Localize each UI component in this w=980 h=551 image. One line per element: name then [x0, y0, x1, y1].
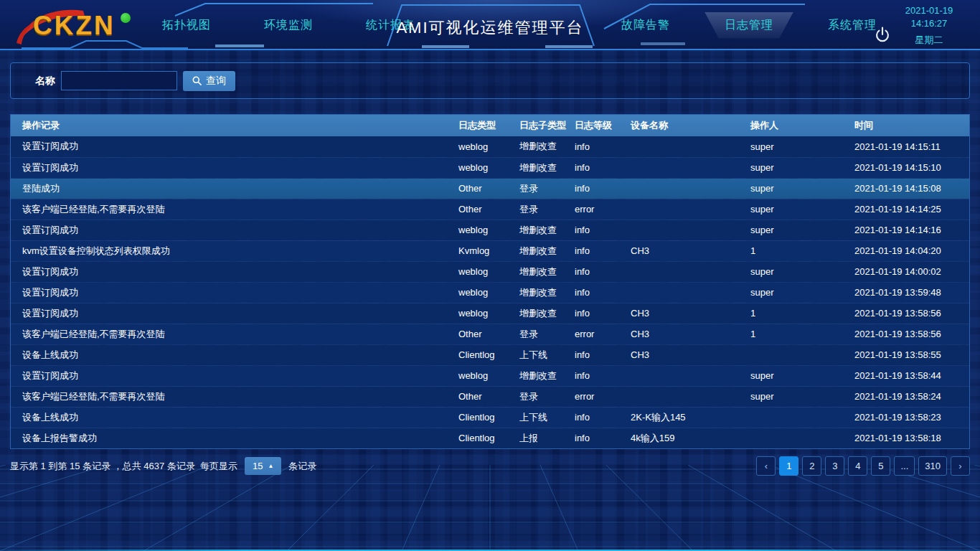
cell-log-type: Other — [453, 199, 514, 220]
cell-log-subtype: 增删改查 — [514, 365, 569, 386]
cell-operator: super — [745, 178, 849, 199]
table-row[interactable]: kvm设置设备控制状态列表权限成功Kvmlog增删改查infoCH312021-… — [11, 240, 969, 261]
cell-device-name: 2K-K输入145 — [625, 407, 745, 428]
pager-next-page[interactable]: › — [951, 456, 970, 476]
pager-ellipsis: ... — [894, 456, 915, 476]
record-summary: 显示第 1 到第 15 条记录 ，总共 4637 条记录 每页显示 15 ▲ 条… — [10, 457, 316, 475]
page-size-value: 15 — [253, 461, 263, 471]
cell-operator: super — [745, 157, 849, 178]
cell-time: 2021-01-19 14:15:10 — [849, 157, 969, 178]
cell-log-level: info — [569, 136, 625, 157]
perspective-floor-grid — [0, 465, 980, 551]
cell-log-type: weblog — [453, 261, 514, 282]
cell-log-type: Kvmlog — [453, 240, 514, 261]
column-header-time: 时间 — [849, 115, 969, 136]
cell-device-name — [625, 261, 745, 282]
cell-time: 2021-01-19 13:58:55 — [849, 344, 969, 365]
table-row[interactable]: 该客户端已经登陆,不需要再次登陆Other登录errorsuper2021-01… — [11, 386, 969, 407]
cell-operation-record: 该客户端已经登陆,不需要再次登陆 — [11, 386, 453, 407]
cell-log-level: info — [569, 428, 625, 448]
cell-device-name — [625, 178, 745, 199]
nav-item-topology-view[interactable]: 拓扑视图 — [152, 12, 221, 39]
table-row[interactable]: 设置订阅成功weblog增删改查infosuper2021-01-19 14:0… — [11, 261, 969, 282]
table-row[interactable]: 设备上线成功Clientlog上下线infoCH32021-01-19 13:5… — [11, 344, 969, 365]
cell-operator: 1 — [745, 324, 849, 344]
table-row[interactable]: 设置订阅成功weblog增删改查infoCH312021-01-19 13:58… — [11, 303, 969, 324]
logo-green-dot-icon — [121, 13, 131, 23]
cell-log-subtype: 增删改查 — [514, 282, 569, 303]
cell-time: 2021-01-19 13:58:23 — [849, 407, 969, 428]
cell-time: 2021-01-19 14:04:20 — [849, 240, 969, 261]
cell-device-name — [625, 157, 745, 178]
cell-log-level: error — [569, 386, 625, 407]
cell-operator: 1 — [745, 303, 849, 324]
cell-log-type: weblog — [453, 157, 514, 178]
search-icon — [192, 76, 202, 85]
table-row[interactable]: 该客户端已经登陆,不需要再次登陆Other登录errorsuper2021-01… — [11, 199, 969, 220]
table-row[interactable]: 设置订阅成功weblog增删改查infosuper2021-01-19 14:1… — [11, 220, 969, 240]
search-input[interactable] — [61, 71, 177, 90]
pagination: ‹12345...310› — [753, 456, 970, 476]
table-row[interactable]: 设置订阅成功weblog增删改查infosuper2021-01-19 13:5… — [11, 365, 969, 386]
cell-time: 2021-01-19 13:58:44 — [849, 365, 969, 386]
current-time: 14:16:27 — [890, 17, 969, 30]
cell-operation-record: 设置订阅成功 — [11, 157, 453, 178]
table-row[interactable]: 设备上线成功Clientlog上下线info2K-K输入1452021-01-1… — [11, 407, 969, 428]
cell-log-level: info — [569, 282, 625, 303]
cell-time: 2021-01-19 14:15:08 — [849, 178, 969, 199]
table-body: 设置订阅成功weblog增删改查infosuper2021-01-19 14:1… — [11, 136, 969, 448]
caret-up-icon: ▲ — [268, 463, 273, 469]
datetime-display: 2021-01-19 14:16:27 星期二 — [890, 4, 969, 47]
cell-operator: super — [745, 282, 849, 303]
cell-log-type: Other — [453, 386, 514, 407]
cell-log-subtype: 增删改查 — [514, 261, 569, 282]
cell-operation-record: 该客户端已经登陆,不需要再次登陆 — [11, 199, 453, 220]
cell-log-type: weblog — [453, 136, 514, 157]
cell-operation-record: 设置订阅成功 — [11, 303, 453, 324]
table-header-row: 操作记录日志类型日志子类型日志等级设备名称操作人时间 — [11, 115, 969, 136]
cell-operation-record: 设置订阅成功 — [11, 220, 453, 240]
nav-item-fault-alarm[interactable]: 故障告警 — [611, 12, 680, 39]
cell-log-subtype: 增删改查 — [514, 240, 569, 261]
table-row[interactable]: 设置订阅成功weblog增删改查infosuper2021-01-19 14:1… — [11, 157, 969, 178]
pager-page-3[interactable]: 3 — [825, 456, 844, 476]
cell-time: 2021-01-19 13:58:56 — [849, 303, 969, 324]
nav-item-log-management[interactable]: 日志管理 — [705, 12, 793, 39]
pager-page-2[interactable]: 2 — [802, 456, 821, 476]
table-row[interactable]: 设置订阅成功weblog增删改查infosuper2021-01-19 14:1… — [11, 136, 969, 157]
pager-page-4[interactable]: 4 — [848, 456, 867, 476]
table-row[interactable]: 该客户端已经登陆,不需要再次登陆Other登录errorCH312021-01-… — [11, 324, 969, 344]
table-row[interactable]: 设备上报告警成功Clientlog上报info4k输入1592021-01-19… — [11, 428, 969, 448]
cell-device-name: CH3 — [625, 303, 745, 324]
cell-time: 2021-01-19 14:14:25 — [849, 199, 969, 220]
cell-device-name: CH3 — [625, 344, 745, 365]
search-field-label: 名称 — [35, 75, 55, 88]
pager-page-1[interactable]: 1 — [779, 456, 798, 476]
current-date: 2021-01-19 — [890, 4, 969, 17]
cell-log-level: info — [569, 344, 625, 365]
cell-log-type: weblog — [453, 365, 514, 386]
cell-log-level: info — [569, 220, 625, 240]
page-size-dropdown[interactable]: 15 ▲ — [245, 457, 281, 475]
table-row[interactable]: 设置订阅成功weblog增删改查infosuper2021-01-19 13:5… — [11, 282, 969, 303]
cell-log-type: Clientlog — [453, 407, 514, 428]
cell-time: 2021-01-19 14:00:02 — [849, 261, 969, 282]
pager-page-5[interactable]: 5 — [871, 456, 890, 476]
cell-log-type: Other — [453, 178, 514, 199]
nav-item-environment-monitor[interactable]: 环境监测 — [254, 12, 323, 39]
cell-device-name — [625, 136, 745, 157]
cell-device-name — [625, 199, 745, 220]
cell-time: 2021-01-19 14:15:11 — [849, 136, 969, 157]
cell-time: 2021-01-19 13:58:18 — [849, 428, 969, 448]
table-row[interactable]: 登陆成功Other登录infosuper2021-01-19 14:15:08 — [11, 178, 969, 199]
power-button[interactable] — [874, 26, 891, 43]
pager-page-310[interactable]: 310 — [918, 456, 947, 476]
cell-log-type: Other — [453, 324, 514, 344]
table-footer: 显示第 1 到第 15 条记录 ，总共 4637 条记录 每页显示 15 ▲ 条… — [10, 456, 970, 476]
cell-log-level: info — [569, 365, 625, 386]
summary-text: 显示第 1 到第 15 条记录 ，总共 4637 条记录 — [10, 460, 195, 473]
cell-operation-record: 登陆成功 — [11, 178, 453, 199]
pager-prev-page[interactable]: ‹ — [756, 456, 776, 476]
search-button[interactable]: 查询 — [183, 71, 235, 91]
cell-log-level: info — [569, 261, 625, 282]
